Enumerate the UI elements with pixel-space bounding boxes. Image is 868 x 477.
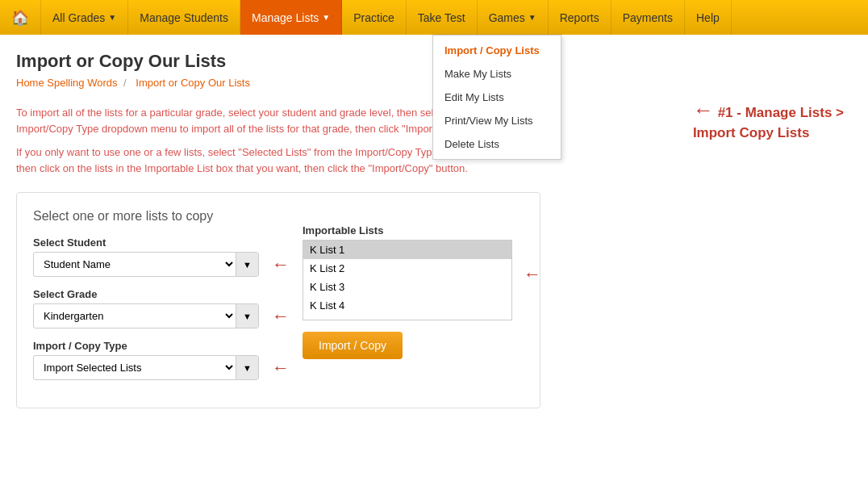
home-nav[interactable]: 🏠 <box>0 0 41 35</box>
dropdown-delete-lists[interactable]: Delete Lists <box>433 132 561 156</box>
list-item[interactable]: K List 5 <box>303 315 511 320</box>
list-item[interactable]: K List 3 <box>303 278 511 296</box>
importable-list-box[interactable]: K List 1 K List 2 K List 3 K List 4 K Li… <box>303 240 512 320</box>
manage-lists-dropdown: Import / Copy Lists Make My Lists Edit M… <box>432 35 561 160</box>
import-copy-button-2[interactable]: Import / Copy <box>303 332 403 359</box>
grade-arrow-indicator: ← <box>272 306 290 327</box>
student-arrow-indicator: ← <box>272 254 290 275</box>
annotation-1: ← #1 - Manage Lists > Import Copy Lists <box>693 97 844 142</box>
navbar: 🏠 All Grades ▼ Manage Students Manage Li… <box>0 0 868 35</box>
list-box-arrow-indicator: ← <box>524 264 541 285</box>
grade-select-arrow[interactable]: ▼ <box>236 304 258 328</box>
student-select-arrow[interactable]: ▼ <box>236 253 258 276</box>
importable-lists-section: Importable Lists K List 1 K List 2 K Lis… <box>303 224 541 359</box>
nav-reports[interactable]: Reports <box>549 0 611 35</box>
student-select[interactable]: Student Name <box>34 253 236 276</box>
nav-payments[interactable]: Payments <box>611 0 685 35</box>
chevron-down-icon-games: ▼ <box>528 13 536 22</box>
dropdown-print-view-lists[interactable]: Print/View My Lists <box>433 109 561 132</box>
dropdown-make-my-lists[interactable]: Make My Lists <box>433 62 561 86</box>
home-icon: 🏠 <box>11 9 29 27</box>
nav-manage-lists[interactable]: Manage Lists ▼ <box>240 0 342 35</box>
dropdown-import-copy-lists[interactable]: Import / Copy Lists <box>433 39 561 62</box>
importable-label: Importable Lists <box>303 224 541 236</box>
list-item[interactable]: K List 1 <box>303 241 511 259</box>
import-type-select[interactable]: Import Selected Lists Import All Lists <box>34 356 236 379</box>
nav-help[interactable]: Help <box>685 0 732 35</box>
breadcrumb-home[interactable]: Home Spelling Words <box>16 77 117 89</box>
annotation-1-arrow: ← <box>693 98 714 122</box>
chevron-down-icon: ▼ <box>108 13 116 22</box>
breadcrumb-current: Import or Copy Our Lists <box>136 77 250 89</box>
chevron-down-icon-lists: ▼ <box>322 13 330 22</box>
panel-title: Select one or more lists to copy <box>33 209 524 224</box>
import-type-arrow-indicator: ← <box>272 358 290 379</box>
import-type-select-arrow[interactable]: ▼ <box>236 356 258 379</box>
nav-games[interactable]: Games ▼ <box>478 0 549 35</box>
dropdown-edit-my-lists[interactable]: Edit My Lists <box>433 86 561 109</box>
list-item[interactable]: K List 4 <box>303 296 511 315</box>
grade-select[interactable]: Kindergarten 1st Grade 2nd Grade <box>34 304 236 328</box>
nav-practice[interactable]: Practice <box>342 0 407 35</box>
nav-manage-students[interactable]: Manage Students <box>128 0 240 35</box>
nav-all-grades[interactable]: All Grades ▼ <box>41 0 128 35</box>
list-item[interactable]: K List 2 <box>303 259 511 278</box>
nav-take-test[interactable]: Take Test <box>407 0 478 35</box>
